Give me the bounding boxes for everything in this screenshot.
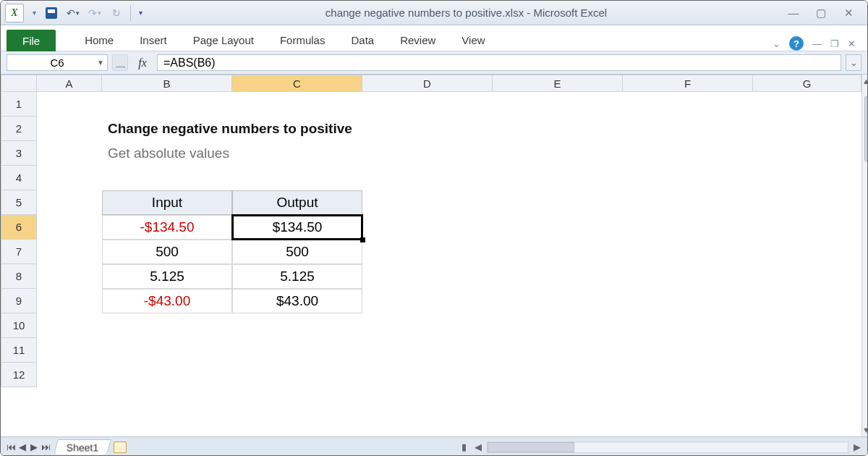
name-box-value: C6 <box>50 56 64 69</box>
name-box-dropdown-icon[interactable]: ▼ <box>97 59 104 67</box>
name-box[interactable]: C6 ▼ <box>7 54 108 71</box>
horizontal-scroll-thumb[interactable] <box>488 442 574 452</box>
row-header-2[interactable]: 2 <box>1 117 37 141</box>
select-all-corner[interactable] <box>1 75 37 92</box>
cell-c6[interactable]: $134.50 <box>232 215 362 240</box>
sheet-tab-label: Sheet1 <box>67 442 98 453</box>
excel-app-icon[interactable]: X <box>5 4 24 22</box>
cell-subtitle[interactable]: Get absolute values <box>102 141 232 166</box>
row-header-6[interactable]: 6 <box>1 215 37 240</box>
row-header-7[interactable]: 7 <box>1 240 37 264</box>
sheet-nav-first-icon[interactable]: ⏮ <box>5 442 17 452</box>
file-tab-label: File <box>22 35 40 47</box>
horizontal-scrollbar[interactable]: ▮ ◀ ▶ <box>458 442 863 453</box>
scroll-right-icon[interactable]: ▶ <box>851 442 863 452</box>
quick-access-toolbar: ↶▾ ↷▾ ↻ ▾ <box>43 5 146 21</box>
ribbon-tab-formulas[interactable]: Formulas <box>267 29 339 51</box>
cell-c7[interactable]: 500 <box>232 240 362 264</box>
new-sheet-button[interactable] <box>114 442 127 453</box>
cell-b8[interactable]: 5.125 <box>102 264 232 289</box>
cell-header-input[interactable]: Input <box>102 190 232 215</box>
scroll-left-icon[interactable]: ◀ <box>472 442 484 452</box>
help-button[interactable]: ? <box>789 36 804 51</box>
workbook-close-icon[interactable]: ✕ <box>848 38 856 49</box>
row-header-1[interactable]: 1 <box>1 92 37 117</box>
row-header-8[interactable]: 8 <box>1 264 37 289</box>
col-header-b[interactable]: B <box>102 75 232 92</box>
sheet-nav-prev-icon[interactable]: ◀ <box>17 442 28 452</box>
worksheet-area: A B C D E F G 1 2Change negative numbers… <box>1 75 867 436</box>
ribbon-tab-page-layout[interactable]: Page Layout <box>180 29 267 51</box>
cell-b9[interactable]: -$43.00 <box>102 289 232 313</box>
scroll-down-icon[interactable]: ▼ <box>862 423 868 436</box>
status-bar: ⏮ ◀ ▶ ⏭ Sheet1 ▮ ◀ ▶ <box>1 436 867 456</box>
cell-b6[interactable]: -$134.50 <box>102 215 232 240</box>
cell-c9[interactable]: $43.00 <box>232 289 362 313</box>
column-headers: A B C D E F G <box>1 75 861 92</box>
cell-title[interactable]: Change negative numbers to positive <box>102 117 232 141</box>
scroll-up-icon[interactable]: ▲ <box>862 75 868 88</box>
undo-button[interactable]: ↶▾ <box>65 5 81 21</box>
ribbon-tab-data[interactable]: Data <box>338 29 387 51</box>
formula-bar: C6 ▼ ⸑ fx =ABS(B6) ⌄ <box>1 51 867 75</box>
save-button[interactable] <box>43 5 59 21</box>
row-header-9[interactable]: 9 <box>1 289 37 313</box>
workbook-minimize-icon[interactable]: ― <box>812 38 822 49</box>
ribbon-minimize-chevron-icon[interactable]: ⌄ <box>773 38 780 49</box>
redo-button[interactable]: ↷▾ <box>87 5 103 21</box>
sheet-tab-active[interactable]: Sheet1 <box>54 439 111 455</box>
horizontal-scroll-track[interactable] <box>487 442 848 453</box>
title-bar: X ▾ ↶▾ ↷▾ ↻ ▾ change negative numbers to… <box>1 1 867 25</box>
row-header-4[interactable]: 4 <box>1 166 37 190</box>
maximize-button[interactable]: ▢ <box>814 6 828 20</box>
window-title: change negative numbers to positive.xlsx… <box>146 7 786 19</box>
row-header-3[interactable]: 3 <box>1 141 37 166</box>
cell-b7[interactable]: 500 <box>102 240 232 264</box>
col-header-f[interactable]: F <box>623 75 753 92</box>
sheet-grid[interactable]: A B C D E F G 1 2Change negative numbers… <box>1 75 861 436</box>
split-handle-icon[interactable]: ▮ <box>458 442 469 452</box>
col-header-g[interactable]: G <box>753 75 861 92</box>
ribbon-tab-insert[interactable]: Insert <box>127 29 180 51</box>
formula-input[interactable]: =ABS(B6) <box>157 54 841 71</box>
file-tab[interactable]: File <box>7 30 56 51</box>
col-header-a[interactable]: A <box>37 75 102 92</box>
fill-handle[interactable] <box>360 237 365 242</box>
col-header-c[interactable]: C <box>232 75 362 92</box>
ribbon-tab-review[interactable]: Review <box>387 29 448 51</box>
cell-header-output[interactable]: Output <box>232 190 362 215</box>
row-header-10[interactable]: 10 <box>1 313 37 338</box>
expand-formula-bar-icon[interactable]: ⌄ <box>846 54 861 71</box>
ribbon-tab-home[interactable]: Home <box>72 29 127 51</box>
ribbon-tab-view[interactable]: View <box>448 29 498 51</box>
close-button[interactable]: ✕ <box>841 6 856 20</box>
sheet-nav-next-icon[interactable]: ▶ <box>28 442 40 452</box>
col-header-d[interactable]: D <box>362 75 493 92</box>
row-header-12[interactable]: 12 <box>1 363 37 387</box>
cancel-formula-icon[interactable]: ⸑ <box>112 54 128 71</box>
ribbon: File Home Insert Page Layout Formulas Da… <box>1 25 867 51</box>
sheet-nav-last-icon[interactable]: ⏭ <box>40 442 51 452</box>
workbook-restore-icon[interactable]: ❐ <box>830 38 839 49</box>
col-header-e[interactable]: E <box>493 75 623 92</box>
formula-text: =ABS(B6) <box>163 56 216 69</box>
save-icon <box>46 7 57 19</box>
refresh-button[interactable]: ↻ <box>109 5 124 21</box>
minimize-button[interactable]: ― <box>786 6 801 20</box>
vertical-scroll-thumb[interactable] <box>864 96 868 161</box>
cell-c8[interactable]: 5.125 <box>232 264 362 289</box>
row-header-11[interactable]: 11 <box>1 338 37 363</box>
row-header-5[interactable]: 5 <box>1 190 37 215</box>
qat-customize-icon[interactable]: ▾ <box>130 5 146 21</box>
app-menu-chevron-icon[interactable]: ▾ <box>33 9 36 17</box>
vertical-scrollbar[interactable]: ▲ ▼ <box>861 75 868 436</box>
fx-icon[interactable]: fx <box>132 54 153 71</box>
